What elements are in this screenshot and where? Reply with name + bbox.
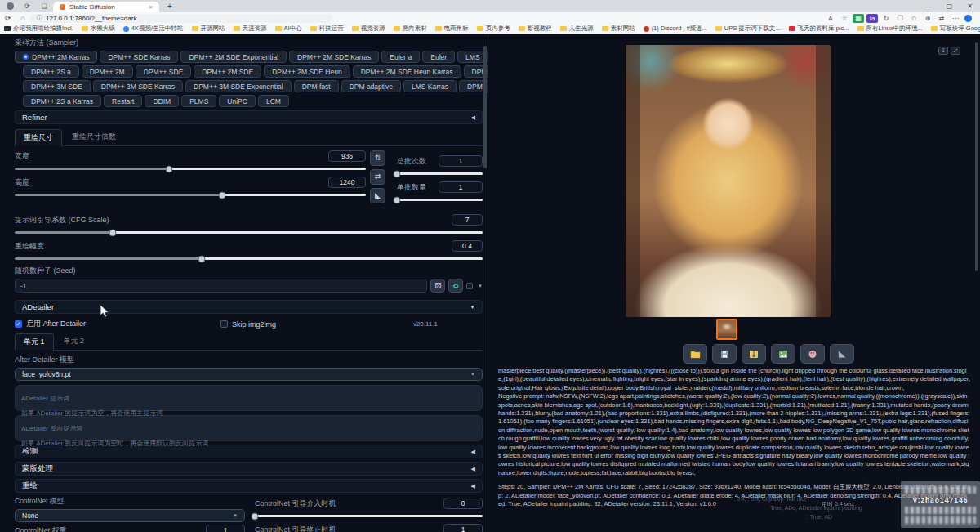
enable-adetailer-checkbox[interactable]: ✓: [15, 320, 22, 328]
width-input[interactable]: [328, 150, 366, 162]
toolbar-action-icon[interactable]: ↻: [880, 14, 892, 23]
bookmark-item[interactable]: 素材网站: [602, 25, 635, 33]
toolbar-action-icon[interactable]: ▦: [853, 14, 864, 23]
url-text[interactable]: 127.0.0.1:7860/?__theme=dark: [46, 15, 136, 22]
bookmark-item[interactable]: 天涯资源: [234, 25, 267, 33]
bookmark-item[interactable]: 开源网站: [192, 25, 225, 33]
window-control-button[interactable]: ✕: [960, 0, 980, 12]
toolbar-action-icon[interactable]: ☆: [839, 14, 850, 23]
open-folder-button[interactable]: [683, 344, 707, 364]
toolbar-action-icon[interactable]: A: [825, 14, 836, 23]
bookmark-item[interactable]: 介绍我用喵绘拍摄Incl.: [4, 25, 74, 33]
sampler-option[interactable]: DPM++ 2S a: [23, 65, 79, 78]
bookmark-item[interactable]: 科技运营: [310, 25, 344, 33]
toolbar-action-icon[interactable]: ⋯: [950, 14, 961, 23]
toolbar-action-icon[interactable]: Ia: [866, 14, 878, 23]
window-control-button[interactable]: ▢: [939, 0, 960, 12]
slider-thumb[interactable]: [198, 255, 206, 262]
sampler-option[interactable]: DPM++ SDE Karras: [100, 51, 178, 63]
batch-count-slider[interactable]: [397, 172, 483, 175]
window-control-button[interactable]: —: [918, 0, 939, 12]
sampler-option[interactable]: Restart: [104, 95, 142, 107]
sampler-option[interactable]: PLMS: [181, 95, 216, 107]
browser-account-avatar[interactable]: [964, 15, 972, 22]
height-slider[interactable]: [15, 194, 366, 196]
cfg-scale-input[interactable]: [452, 214, 483, 226]
sampler-option[interactable]: LMS Karras: [403, 80, 457, 92]
batch-size-input[interactable]: [439, 181, 483, 193]
sampler-option[interactable]: DPM++ 2M SDE Heun: [264, 65, 350, 78]
seed-options-arrow-icon[interactable]: ▼: [478, 284, 483, 288]
bookmark-item[interactable]: 所有Linux中的环境...: [858, 25, 923, 33]
sampler-option[interactable]: DPM++ SDE: [136, 65, 192, 78]
auto-detect-size-button[interactable]: ◣: [370, 188, 385, 203]
adetailer-subsection-accordion[interactable]: 重绘 ◀: [15, 479, 483, 493]
bookmark-item[interactable]: 飞天的资料库 pic...: [789, 25, 849, 33]
seed-input[interactable]: [15, 279, 427, 293]
home-icon[interactable]: ⌂: [21, 15, 25, 22]
tab-resize-by[interactable]: 重绘尺寸倍数: [64, 129, 124, 145]
bookmark-item[interactable]: AI中心: [275, 25, 302, 33]
save-zip-button[interactable]: [742, 344, 766, 364]
bookmark-item[interactable]: 意向素材: [394, 25, 427, 33]
sampler-option[interactable]: Euler: [422, 51, 455, 63]
refiner-accordion[interactable]: Refiner ◀: [15, 110, 483, 124]
image-fullscreen-icon[interactable]: ⤢: [951, 47, 960, 55]
adetailer-prompt-textarea[interactable]: ADetailer 提示词 如果 ADetailer 的提示词为空，将会使用主提…: [15, 385, 483, 411]
left-scrollbar[interactable]: [483, 46, 487, 168]
tab-resize-to[interactable]: 重绘尺寸: [15, 129, 62, 146]
sampler-option[interactable]: Euler a: [381, 51, 420, 63]
tab-unit-2[interactable]: 单元 2: [56, 333, 93, 350]
denoising-input[interactable]: [452, 240, 483, 252]
slider-thumb[interactable]: [252, 512, 259, 520]
send-to-extras-button[interactable]: [830, 344, 854, 364]
controlnet-start-slider[interactable]: [255, 515, 483, 517]
sampler-option[interactable]: DPM++ 2M SDE Exponential: [180, 51, 287, 63]
generated-image[interactable]: [626, 45, 831, 317]
batch-count-input[interactable]: [439, 155, 483, 167]
bookmark-item[interactable]: 水獭火锅: [82, 25, 115, 33]
skip-img2img-checkbox[interactable]: [220, 320, 228, 328]
sampler-option[interactable]: DDIM: [145, 95, 179, 107]
slider-thumb[interactable]: [109, 229, 117, 236]
height-input[interactable]: [328, 177, 366, 188]
batch-size-slider[interactable]: [397, 199, 483, 201]
swap-dimensions-button[interactable]: ⇅: [370, 150, 385, 166]
bookmark-item[interactable]: (1) Discord | #频道...: [644, 25, 707, 33]
cfg-scale-slider[interactable]: [15, 231, 483, 234]
send-to-inpaint-button[interactable]: [800, 344, 825, 364]
bookmark-item[interactable]: 4K视频/生活中转站: [123, 25, 184, 33]
bookmark-item[interactable]: 视觉资源: [352, 25, 385, 33]
sampler-option[interactable]: DPM++ 2M SDE: [194, 65, 261, 78]
vertical-tabs-icon[interactable]: ❏: [42, 3, 47, 10]
sampler-option[interactable]: DPM++ 2M SDE Heun Karras: [353, 65, 461, 78]
sampler-option[interactable]: DPM++ 2S a Karras: [23, 95, 101, 107]
toolbar-action-icon[interactable]: ✩: [908, 14, 920, 23]
sampler-option[interactable]: DPM++ 2M SDE Karras: [289, 51, 379, 63]
sampler-option[interactable]: UniPC: [219, 95, 256, 107]
site-info-icon[interactable]: ⓘ: [37, 14, 42, 22]
browser-profile-icon[interactable]: [7, 2, 14, 10]
send-to-img2img-button[interactable]: [771, 344, 795, 364]
extra-seed-checkbox[interactable]: [466, 283, 473, 289]
browser-tab[interactable]: Stable Diffusion ×: [53, 2, 159, 12]
controlnet-start-input[interactable]: [443, 498, 483, 509]
bookmark-item[interactable]: UPS 提示词下载文...: [715, 25, 781, 33]
sampler-option[interactable]: DPM adaptive: [341, 80, 401, 92]
adetailer-subsection-accordion[interactable]: 蒙版处理 ◀: [15, 462, 483, 476]
sampler-option-selected[interactable]: DPM++ 2M Karras: [15, 51, 97, 63]
exchange-button[interactable]: ⇄: [370, 169, 385, 185]
toolbar-action-icon[interactable]: ⊕: [922, 14, 933, 23]
sampler-option[interactable]: DPM++ 3M SDE Exponential: [185, 80, 292, 92]
bookmark-item[interactable]: 写板块评 Google...: [931, 25, 980, 33]
gallery-thumbnail-selected[interactable]: [716, 319, 737, 340]
bookmark-item[interactable]: 电商角标: [435, 25, 469, 33]
sampler-option[interactable]: LCM: [258, 95, 289, 107]
adetailer-negative-textarea[interactable]: ADetailer 反向提示词 如果 ADetailer 的反向提示词为空时，将…: [15, 415, 483, 441]
toolbar-action-icon[interactable]: ❐: [894, 14, 906, 23]
random-seed-dice-button[interactable]: ⚄: [430, 279, 445, 293]
slider-thumb[interactable]: [394, 196, 401, 203]
toolbar-action-icon[interactable]: ⇄: [936, 14, 947, 23]
new-tab-button[interactable]: +: [167, 2, 172, 11]
width-slider[interactable]: [15, 168, 366, 170]
